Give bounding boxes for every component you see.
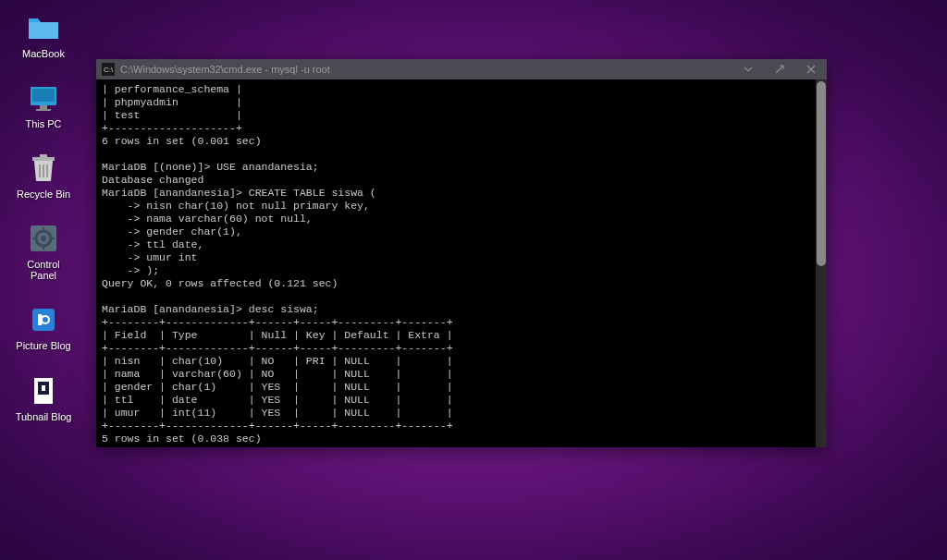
svg-rect-4	[32, 157, 55, 161]
folder-icon	[25, 9, 62, 46]
svg-rect-1	[32, 89, 55, 102]
terminal-window: C:\ C:\Windows\system32\cmd.exe - mysql …	[96, 59, 827, 447]
desktop-icon-picture-blog[interactable]: Picture Blog	[11, 299, 76, 353]
svg-rect-3	[36, 109, 51, 111]
desktop-icon-label: Picture Blog	[16, 340, 70, 351]
titlebar-controls	[732, 59, 827, 79]
cmd-icon: C:\	[102, 63, 115, 76]
svg-rect-5	[40, 154, 47, 157]
desktop-icons-column: MacBook This PC Recycle Bin Control Pane…	[11, 7, 76, 441]
minimize-button[interactable]	[732, 59, 764, 79]
desktop-icon-recycle-bin[interactable]: Recycle Bin	[11, 148, 76, 201]
close-button[interactable]	[795, 59, 827, 79]
monitor-icon	[25, 79, 62, 116]
whitedoc-icon	[25, 372, 62, 409]
trash-icon	[25, 150, 62, 187]
scrollbar-thumb[interactable]	[817, 81, 826, 266]
desktop-icon-this-pc[interactable]: This PC	[11, 78, 76, 131]
desktop-icon-label: This PC	[25, 118, 61, 129]
desktop-icon-label: Control Panel	[27, 259, 59, 281]
desktop-icon-label: MacBook	[22, 48, 65, 59]
scrollbar[interactable]	[816, 79, 827, 447]
bluefolder-icon	[25, 301, 62, 338]
desktop-icon-label: Recycle Bin	[17, 189, 70, 200]
desktop-icon-macbook[interactable]: MacBook	[11, 7, 76, 61]
terminal-output[interactable]: | performance_schema | | phpmyadmin | | …	[96, 79, 827, 447]
svg-rect-2	[40, 105, 47, 109]
svg-point-8	[41, 236, 46, 241]
desktop-icon-tubnail-blog[interactable]: Tubnail Blog	[11, 371, 76, 424]
desktop-icon-label: Tubnail Blog	[16, 411, 72, 422]
desktop-icon-control-panel[interactable]: Control Panel	[11, 218, 76, 283]
titlebar[interactable]: C:\ C:\Windows\system32\cmd.exe - mysql …	[96, 59, 827, 79]
window-title: C:\Windows\system32\cmd.exe - mysql -u r…	[120, 64, 732, 75]
gear-icon	[25, 220, 62, 257]
svg-point-11	[42, 316, 49, 323]
maximize-button[interactable]	[764, 59, 795, 79]
